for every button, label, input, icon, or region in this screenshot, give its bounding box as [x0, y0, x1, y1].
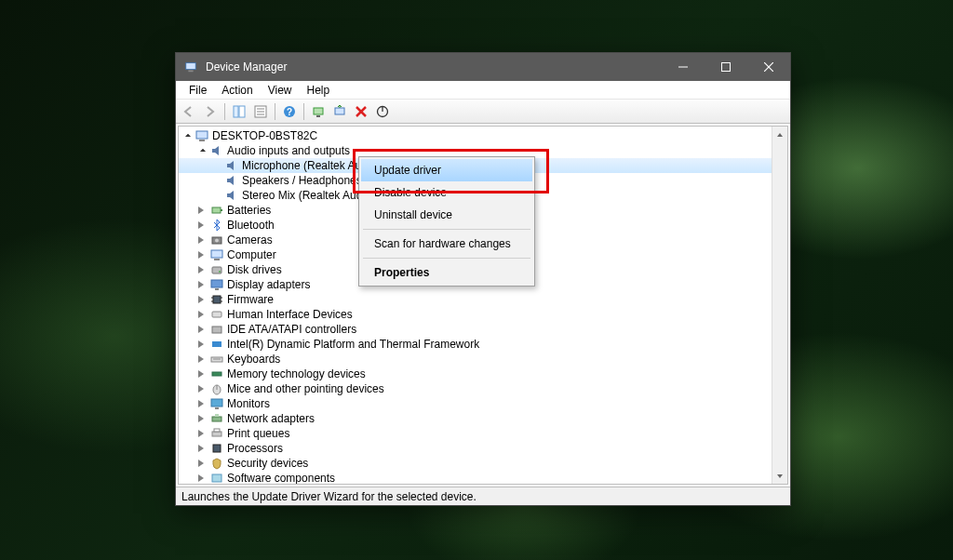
expand-icon[interactable] [197, 458, 208, 469]
toolbar-separator [303, 103, 304, 120]
tree-category-keyboards[interactable]: Keyboards [179, 352, 787, 367]
scroll-down-button[interactable] [772, 468, 787, 484]
tree-category-network[interactable]: Network adapters [179, 411, 787, 426]
tree-label: Cameras [227, 233, 273, 247]
scroll-up-button[interactable] [772, 127, 787, 142]
expand-icon[interactable] [197, 309, 208, 320]
status-text: Launches the Update Driver Wizard for th… [181, 490, 476, 503]
tree-category-hid[interactable]: Human Interface Devices [179, 307, 787, 322]
tree-label: Audio inputs and outputs [227, 144, 350, 157]
close-button[interactable] [747, 53, 790, 81]
expand-icon[interactable] [197, 220, 208, 231]
tree-label: Computer [227, 248, 276, 261]
expand-icon[interactable] [197, 413, 208, 424]
svg-rect-23 [221, 209, 222, 211]
window-title: Device Manager [206, 60, 662, 73]
tree-category-intel[interactable]: Intel(R) Dynamic Platform and Thermal Fr… [179, 337, 787, 352]
svg-text:?: ? [287, 107, 292, 117]
audio-icon [224, 158, 239, 173]
tree-label: IDE ATA/ATAPI controllers [227, 323, 356, 336]
tree-label: Bluetooth [227, 219, 275, 232]
expand-icon[interactable] [197, 279, 208, 290]
chip-icon [209, 292, 224, 307]
expand-icon[interactable] [197, 473, 208, 484]
context-scan-hardware[interactable]: Scan for hardware changes [361, 233, 532, 255]
ide-icon [209, 322, 224, 337]
svg-rect-32 [213, 296, 221, 303]
svg-point-29 [219, 271, 221, 273]
expand-icon[interactable] [197, 428, 208, 439]
expand-icon[interactable] [197, 249, 208, 260]
svg-rect-47 [212, 417, 221, 421]
tree-category-security[interactable]: Security devices [179, 456, 787, 471]
context-separator [363, 258, 530, 259]
battery-icon [209, 203, 224, 218]
scan-hardware-button[interactable] [309, 102, 328, 121]
context-uninstall-device[interactable]: Uninstall device [361, 204, 532, 226]
tree-category-mice[interactable]: Mice and other pointing devices [179, 381, 787, 396]
context-disable-device[interactable]: Disable device [361, 181, 532, 204]
disable-button[interactable] [373, 102, 392, 121]
titlebar[interactable]: Device Manager [176, 53, 790, 81]
computer-icon [209, 247, 224, 262]
minimize-button[interactable] [662, 53, 705, 81]
svg-rect-6 [234, 106, 238, 117]
svg-rect-21 [199, 140, 205, 141]
tree-label: Network adapters [227, 412, 315, 425]
properties-button[interactable] [251, 102, 270, 121]
tree-category-firmware[interactable]: Firmware [179, 292, 787, 307]
tree-category-monitors[interactable]: Monitors [179, 396, 787, 411]
maximize-button[interactable] [705, 53, 747, 81]
toolbar-separator [275, 103, 275, 120]
network-icon [209, 411, 224, 426]
menu-file[interactable]: File [181, 82, 214, 99]
back-button[interactable] [180, 102, 198, 121]
audio-icon [209, 143, 224, 158]
expand-icon[interactable] [197, 264, 208, 275]
expand-icon[interactable] [197, 294, 208, 305]
context-update-driver[interactable]: Update driver [361, 159, 532, 181]
tree-category-ide[interactable]: IDE ATA/ATAPI controllers [179, 322, 787, 337]
tree-category-processors[interactable]: Processors [179, 441, 787, 456]
show-hide-tree-button[interactable] [230, 102, 248, 121]
expand-icon[interactable] [197, 443, 208, 454]
menu-help[interactable]: Help [300, 82, 338, 99]
expand-icon[interactable] [182, 130, 194, 141]
toolbar-separator [224, 103, 225, 120]
tree-label: Software components [227, 472, 335, 484]
tree-root[interactable]: DESKTOP-0BST82C [179, 128, 787, 143]
expand-icon[interactable] [197, 368, 208, 380]
expand-icon[interactable] [197, 383, 208, 394]
svg-rect-27 [214, 259, 220, 260]
vertical-scrollbar[interactable] [772, 127, 787, 484]
svg-rect-48 [215, 414, 219, 417]
menu-action[interactable]: Action [214, 82, 260, 99]
expand-icon[interactable] [197, 324, 208, 335]
svg-rect-39 [212, 341, 221, 347]
svg-rect-50 [214, 429, 220, 432]
intel-icon [209, 337, 224, 352]
forward-button[interactable] [201, 102, 220, 121]
memory-icon [209, 367, 224, 381]
expand-icon[interactable] [197, 339, 208, 350]
expand-icon[interactable] [197, 205, 208, 216]
expand-icon[interactable] [197, 353, 208, 365]
expand-icon[interactable] [197, 398, 208, 409]
tree-category-softcomp[interactable]: Software components [179, 471, 787, 484]
help-button[interactable]: ? [280, 102, 299, 121]
expand-icon[interactable] [197, 145, 208, 156]
window-controls [662, 53, 790, 81]
tree-label: Intel(R) Dynamic Platform and Thermal Fr… [227, 338, 479, 351]
context-separator [363, 229, 530, 230]
context-properties[interactable]: Properties [361, 261, 532, 284]
tree-category-memtech[interactable]: Memory technology devices [179, 367, 787, 381]
uninstall-button[interactable] [352, 102, 370, 121]
update-driver-button[interactable] [330, 102, 349, 121]
software-icon [209, 471, 224, 484]
expand-icon[interactable] [197, 234, 208, 246]
tree-category-printq[interactable]: Print queues [179, 426, 787, 441]
disk-icon [209, 262, 224, 277]
tree-label: Mice and other pointing devices [227, 382, 384, 395]
svg-rect-46 [215, 407, 219, 409]
menu-view[interactable]: View [261, 82, 300, 99]
